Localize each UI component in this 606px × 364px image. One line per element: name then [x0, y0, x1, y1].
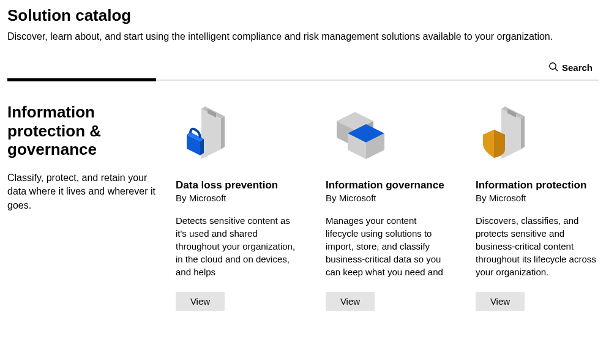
card-publisher: By Microsoft: [476, 193, 601, 203]
search-label: Search: [562, 62, 593, 73]
section-description: Classify, protect, and retain your data …: [7, 171, 157, 212]
card-information-protection: Information protection By Microsoft Disc…: [476, 103, 601, 311]
svg-line-1: [555, 69, 558, 71]
view-button[interactable]: View: [176, 292, 225, 311]
card-title: Information governance: [326, 179, 451, 191]
view-button[interactable]: View: [326, 292, 375, 311]
card-description: Manages your content lifecycle using sol…: [326, 214, 451, 278]
boxes-icon: [326, 103, 387, 164]
clipboard-shield-icon: [476, 103, 537, 164]
svg-marker-4: [221, 116, 225, 149]
search-icon: [548, 62, 558, 73]
section-divider-active: [7, 78, 156, 81]
card-data-loss-prevention: Data loss prevention By Microsoft Detect…: [176, 103, 301, 311]
card-description: Discovers, classifies, and protects sens…: [476, 214, 601, 278]
section-title: Information protection & governance: [7, 103, 157, 159]
card-publisher: By Microsoft: [176, 193, 301, 203]
clipboard-lock-icon: [176, 103, 237, 164]
view-button[interactable]: View: [476, 292, 525, 311]
toolbar: Search: [7, 59, 599, 80]
card-title: Information protection: [476, 179, 601, 191]
page-title: Solution catalog: [7, 6, 599, 25]
section-row: Information protection & governance Clas…: [7, 103, 599, 311]
search-button[interactable]: Search: [548, 62, 593, 73]
card-information-governance: Information governance By Microsoft Mana…: [326, 103, 451, 311]
svg-marker-8: [200, 139, 204, 155]
card-title: Data loss prevention: [176, 179, 301, 191]
page-subtitle: Discover, learn about, and start using t…: [7, 31, 599, 42]
card-publisher: By Microsoft: [326, 193, 451, 203]
svg-point-0: [550, 63, 556, 69]
section-intro: Information protection & governance Clas…: [7, 103, 157, 212]
section-divider: [7, 80, 599, 81]
card-description: Detects sensitive content as it's used a…: [176, 214, 301, 278]
svg-marker-17: [521, 116, 525, 149]
cards-row: Data loss prevention By Microsoft Detect…: [176, 103, 601, 311]
